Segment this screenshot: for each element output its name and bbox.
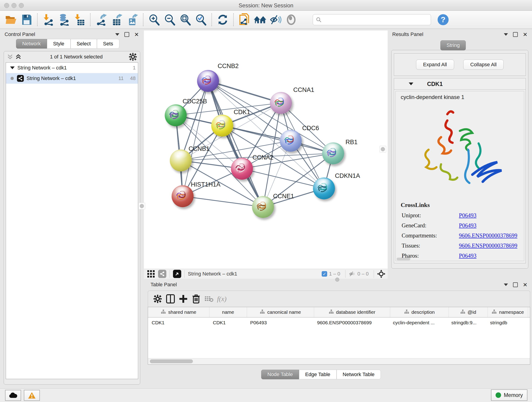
detach-view-icon[interactable]	[173, 270, 181, 278]
network-node-ccnb2[interactable]	[197, 70, 219, 92]
network-node-ccna2[interactable]	[231, 158, 253, 180]
table-options-gear-icon[interactable]	[151, 293, 164, 305]
save-session-icon[interactable]	[20, 13, 33, 26]
tab-string[interactable]: String	[440, 40, 466, 51]
network-node-hist1h1a[interactable]	[172, 185, 194, 207]
column-header-description[interactable]: description	[390, 307, 449, 317]
homes-icon[interactable]	[253, 13, 267, 26]
results-panel-close-icon[interactable]: ✕	[523, 32, 527, 36]
hide-selected-icon[interactable]	[269, 13, 282, 26]
pan-crosshair-icon[interactable]	[377, 270, 385, 278]
network-node-rb1[interactable]	[322, 142, 344, 164]
network-node-cdk1[interactable]	[211, 115, 233, 137]
tab-select[interactable]: Select	[70, 39, 97, 49]
delete-table-icon[interactable]	[203, 293, 215, 305]
table-cell[interactable]: stringdb:9...	[448, 317, 486, 328]
zoom-selected-icon[interactable]	[194, 13, 208, 26]
export-table-icon[interactable]	[110, 13, 123, 26]
tab-network-table[interactable]: Network Table	[336, 370, 381, 379]
tab-sets[interactable]: Sets	[97, 39, 119, 49]
results-hscroll-thumb[interactable]	[397, 258, 410, 260]
control-panel-close-icon[interactable]: ✕	[134, 32, 139, 36]
delete-column-icon[interactable]	[190, 293, 203, 305]
column-label: namespace	[499, 309, 524, 315]
expand-all-icon[interactable]	[15, 54, 21, 60]
collapse-all-button[interactable]: Collapse All	[463, 60, 504, 70]
show-all-icon[interactable]	[285, 13, 298, 26]
memory-button[interactable]: Memory	[491, 389, 527, 401]
right-splitter-grip[interactable]	[380, 146, 386, 153]
table-cell[interactable]: P06493	[247, 317, 313, 328]
search-box[interactable]	[313, 14, 431, 25]
table-cell[interactable]: cyclin-dependent ...	[389, 317, 448, 328]
table-cell[interactable]: CDK1	[209, 317, 247, 328]
zoom-fit-icon[interactable]	[179, 13, 192, 26]
crosslink-link[interactable]: P06493	[459, 212, 476, 219]
results-panel-float-icon[interactable]	[513, 32, 518, 37]
tab-style[interactable]: Style	[47, 39, 70, 49]
column-header-name[interactable]: name	[209, 307, 247, 317]
tree-collapse-icon[interactable]	[10, 66, 15, 69]
network-tree-child-row[interactable]: String Network – cdk1 11 48	[6, 73, 138, 84]
expand-all-button[interactable]: Expand All	[416, 60, 454, 70]
table-hscroll-thumb[interactable]	[150, 359, 193, 363]
network-node-ccnb1[interactable]	[170, 149, 192, 172]
table-panel-close-icon[interactable]: ✕	[523, 283, 527, 287]
table-panel-menu-icon[interactable]	[504, 283, 508, 286]
network-tree-root-row[interactable]: String Network – cdk1 1	[6, 63, 138, 73]
function-builder-icon[interactable]: f(x)	[215, 293, 228, 305]
results-panel-menu-icon[interactable]	[504, 33, 508, 36]
export-network-icon[interactable]	[95, 13, 108, 26]
help-icon[interactable]: ?	[437, 13, 450, 26]
table-row[interactable]: CDK1CDK1P064939606.ENSP00000378699cyclin…	[148, 317, 530, 328]
share-file-icon[interactable]	[238, 13, 251, 26]
show-columns-icon[interactable]	[164, 293, 177, 305]
zoom-out-icon[interactable]	[163, 13, 177, 26]
grid-view-icon[interactable]	[147, 270, 155, 278]
column-header-shared-name[interactable]: shared name	[148, 307, 209, 317]
crosslink-link[interactable]: P06493	[459, 253, 476, 259]
column-header--id[interactable]: @id	[449, 307, 488, 317]
import-database-icon[interactable]	[57, 13, 70, 26]
table-cell[interactable]: 9606.ENSP00000378699	[313, 317, 389, 328]
import-table-icon[interactable]	[73, 13, 86, 26]
column-header-canonical-name[interactable]: canonical name	[247, 307, 314, 317]
cdk1-collapse-icon[interactable]	[409, 83, 413, 85]
network-edge[interactable]	[242, 169, 324, 188]
crosslink-link[interactable]: 9606.ENSP00000378699	[459, 232, 517, 239]
add-column-icon[interactable]	[177, 293, 190, 305]
open-session-icon[interactable]	[4, 13, 18, 26]
network-overview-icon[interactable]	[158, 270, 166, 278]
network-node-ccna1[interactable]	[270, 92, 292, 114]
table-cell[interactable]: stringdb	[486, 317, 526, 328]
table-hscroll[interactable]	[148, 358, 530, 364]
table-panel-float-icon[interactable]	[513, 282, 518, 287]
import-network-icon[interactable]	[42, 13, 55, 26]
table-cell[interactable]: CDK1	[148, 317, 209, 328]
zoom-in-icon[interactable]	[147, 13, 161, 26]
control-panel-menu-icon[interactable]	[115, 33, 119, 36]
network-node-cdc25b[interactable]	[165, 104, 187, 126]
collapse-all-icon[interactable]	[7, 54, 13, 60]
network-node-ccne1[interactable]	[252, 196, 274, 218]
column-header-database-identifier[interactable]: database identifier	[314, 307, 390, 317]
network-canvas[interactable]: CCNB2CCNA1CDC25BCDK1CDC6RB1CCNB1CCNA2CDK…	[144, 31, 388, 269]
network-node-cdc6[interactable]	[280, 130, 302, 152]
crosslink-link[interactable]: P06493	[459, 222, 476, 229]
network-options-gear-icon[interactable]	[129, 53, 137, 61]
network-node-cdkn1a[interactable]	[313, 177, 335, 199]
tab-node-table[interactable]: Node Table	[261, 370, 299, 379]
tab-network[interactable]: Network	[16, 39, 47, 49]
selected-checkbox-icon[interactable]: ✓	[322, 271, 327, 277]
cloud-button[interactable]	[5, 390, 21, 401]
left-splitter-grip[interactable]	[138, 203, 145, 210]
refresh-icon[interactable]	[216, 13, 229, 26]
export-image-icon[interactable]	[126, 13, 139, 26]
network-edge[interactable]	[183, 196, 263, 207]
warnings-button[interactable]	[24, 390, 40, 401]
column-header-namespace[interactable]: namespace	[488, 307, 528, 317]
tab-edge-table[interactable]: Edge Table	[299, 370, 336, 379]
search-input[interactable]	[322, 17, 421, 23]
crosslink-link[interactable]: 9606.ENSP00000378699	[459, 242, 517, 249]
control-panel-float-icon[interactable]	[124, 32, 129, 37]
